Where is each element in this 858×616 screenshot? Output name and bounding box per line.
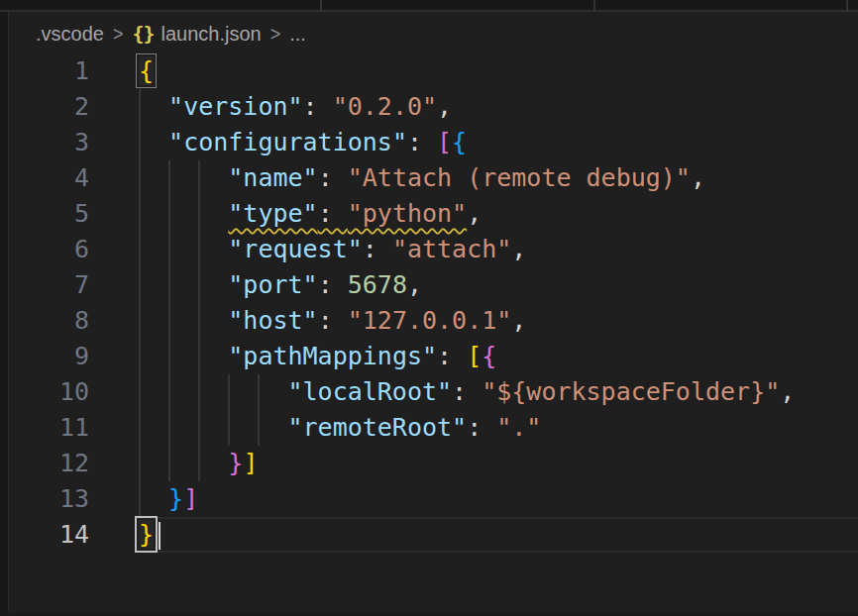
bracket-match: } [139, 520, 154, 549]
breadcrumb-symbol-ellipsis[interactable]: ... [289, 23, 306, 46]
tab-separator [846, 0, 848, 12]
code-token: : [318, 199, 348, 228]
code-token: "port" [228, 270, 317, 299]
line-content[interactable]: "port": 5678, [139, 267, 858, 303]
breadcrumb: .vscode > {} launch.json > ... [10, 14, 858, 53]
code-token: : [318, 306, 348, 335]
code-token: , [407, 270, 422, 299]
code-token: } [168, 484, 183, 513]
line-number[interactable]: 1 [10, 53, 89, 89]
code-line[interactable]: 11 "remoteRoot": "." [10, 410, 858, 446]
code-token: "python" [348, 199, 467, 228]
line-number[interactable]: 5 [10, 196, 89, 232]
code-token: { [452, 128, 467, 156]
line-number[interactable]: 10 [10, 374, 89, 410]
code-token: : [467, 413, 496, 442]
line-content[interactable]: "type": "python", [139, 196, 858, 232]
code-token: [ [437, 128, 452, 156]
line-number[interactable]: 8 [10, 303, 89, 339]
line-content[interactable]: }] [139, 446, 858, 481]
line-number[interactable]: 14 [10, 517, 89, 553]
line-content[interactable]: "configurations": [{ [139, 125, 858, 160]
code-token [139, 92, 168, 121]
code-token: : [318, 270, 348, 299]
code-line[interactable]: 13 }] [10, 481, 858, 517]
code-token: "localRoot" [288, 377, 453, 406]
line-number[interactable]: 11 [10, 410, 89, 446]
code-token [139, 449, 228, 477]
line-number[interactable]: 9 [10, 339, 89, 374]
line-number[interactable]: 2 [10, 89, 89, 125]
code-token: "0.2.0" [333, 92, 437, 121]
code-token: , [467, 199, 482, 228]
line-content[interactable]: "host": "127.0.0.1", [139, 303, 858, 339]
line-number[interactable]: 12 [10, 446, 89, 481]
json-file-icon: {} [132, 22, 154, 46]
code-token: [ [467, 342, 482, 370]
code-lines[interactable]: 1{2 "version": "0.2.0",3 "configurations… [10, 53, 858, 553]
code-token [139, 163, 228, 192]
code-token [139, 128, 168, 156]
line-content[interactable]: "remoteRoot": "." [139, 410, 858, 446]
code-line[interactable]: 2 "version": "0.2.0", [10, 89, 858, 125]
code-token: ] [243, 449, 258, 477]
line-content[interactable]: "pathMappings": [{ [139, 339, 858, 374]
code-token: : [318, 163, 348, 192]
code-line[interactable]: 7 "port": 5678, [10, 267, 858, 303]
line-content[interactable]: "name": "Attach (remote debug)", [139, 160, 858, 196]
tab-separator [320, 0, 322, 12]
line-content[interactable]: "version": "0.2.0", [139, 89, 858, 125]
code-token: : [452, 377, 482, 406]
code-token: "version" [168, 92, 302, 121]
code-line[interactable]: 3 "configurations": [{ [10, 125, 858, 160]
code-token: "name" [228, 163, 317, 192]
editor[interactable]: .vscode > {} launch.json > ... 1{2 "vers… [10, 14, 858, 616]
code-token: "pathMappings" [228, 342, 437, 370]
code-token [139, 413, 288, 442]
code-token [139, 306, 228, 335]
code-token: , [511, 306, 526, 335]
line-number[interactable]: 4 [10, 160, 89, 196]
line-content[interactable]: { [139, 53, 858, 89]
line-number[interactable]: 7 [10, 267, 89, 303]
code-line[interactable]: 1{ [10, 53, 858, 89]
code-token: "." [496, 413, 541, 442]
code-token: : [407, 128, 437, 156]
line-content[interactable]: "localRoot": "${workspaceFolder}", [139, 374, 858, 410]
code-token [139, 484, 168, 513]
line-number[interactable]: 13 [10, 481, 89, 517]
line-number[interactable]: 6 [10, 232, 89, 267]
tab-strip [0, 0, 858, 12]
code-line[interactable]: 6 "request": "attach", [10, 232, 858, 267]
code-token: "Attach (remote debug)" [348, 163, 691, 192]
code-token: , [437, 92, 452, 121]
chevron-right-icon: > [270, 22, 281, 46]
breadcrumb-file[interactable]: launch.json [161, 23, 262, 46]
line-content[interactable]: }] [139, 481, 858, 517]
code-line[interactable]: 14} [10, 517, 858, 553]
line-content[interactable]: } [139, 517, 858, 553]
code-token: "request" [228, 235, 362, 263]
code-line[interactable]: 4 "name": "Attach (remote debug)", [10, 160, 858, 196]
code-token: "remoteRoot" [288, 413, 468, 442]
code-line[interactable]: 10 "localRoot": "${workspaceFolder}", [10, 374, 858, 410]
breadcrumb-folder[interactable]: .vscode [36, 23, 104, 46]
code-token: "host" [228, 306, 317, 335]
code-token: "${workspaceFolder}" [482, 377, 780, 406]
code-line[interactable]: 12 }] [10, 446, 858, 481]
code-token: } [228, 449, 243, 477]
code-token: { [482, 342, 496, 370]
code-token [139, 199, 228, 228]
line-content[interactable]: "request": "attach", [139, 232, 858, 267]
code-line[interactable]: 5 "type": "python", [10, 196, 858, 232]
code-token: "type" [228, 199, 317, 228]
code-token: : [363, 235, 392, 263]
bracket-match: { [139, 56, 154, 85]
tab-separator [593, 0, 595, 12]
code-token: , [691, 163, 705, 192]
text-cursor [159, 522, 161, 550]
code-line[interactable]: 9 "pathMappings": [{ [10, 339, 858, 374]
code-token: "attach" [392, 235, 511, 263]
code-line[interactable]: 8 "host": "127.0.0.1", [10, 303, 858, 339]
line-number[interactable]: 3 [10, 125, 89, 160]
